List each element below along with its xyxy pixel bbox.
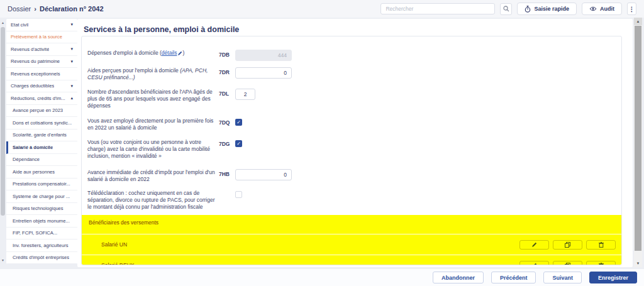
field-code [219, 190, 235, 192]
field-code: 7DR [219, 67, 235, 75]
chevron-down-icon [70, 47, 73, 52]
sidebar-item-scolarite[interactable]: Scolarité, garde d'enfants [6, 129, 77, 142]
delete-beneficiary-button[interactable] [586, 261, 616, 266]
duplicate-beneficiary-button[interactable] [553, 261, 582, 266]
field-code: 7DL [219, 89, 235, 97]
breadcrumb-current: Déclaration n° 2042 [40, 5, 104, 13]
field-label: Dépenses d'emploi à domicile (détails) [87, 50, 218, 57]
checkbox-7dq[interactable] [235, 119, 242, 126]
search-input[interactable] [380, 3, 495, 14]
form-row-7dr: Aides perçues pour l'emploi à domicile (… [82, 67, 621, 81]
sidebar-item-credits-entreprises[interactable]: Crédits d'impôt entreprises [6, 252, 77, 265]
beneficiaries-title: Bénéficiaires des versements [82, 215, 621, 234]
input-7hb[interactable] [235, 169, 292, 180]
scroll-down-icon[interactable]: ▾ [1, 258, 5, 262]
sidebar-item-risques-technologiques[interactable]: Risques technologiques [6, 203, 77, 216]
sidebar-item-fip-fcpi[interactable]: FIP, FCPI, SOFICA... [6, 228, 77, 240]
sidebar-item-dons-cotisations[interactable]: Dons et cotisations syndic... [6, 117, 77, 129]
more-menu-button[interactable] [627, 3, 636, 15]
next-button[interactable]: Suivant [543, 272, 582, 283]
beneficiary-name: Salarié DEUX [101, 262, 134, 265]
field-code: 7HB [219, 169, 235, 177]
form-row-7dl: Nombre d'ascendants bénéficiaires de l'A… [82, 89, 621, 109]
scroll-up-icon[interactable]: ▲ [634, 18, 642, 25]
audit-button[interactable]: Audit [582, 3, 622, 15]
field-code: 7DG [219, 139, 235, 147]
field-code: 7DQ [219, 118, 235, 126]
sidebar-item-dependance[interactable]: Dépendance [6, 154, 77, 167]
footer-bar: Abandonner Précédent Suivant Enregistrer [0, 269, 644, 286]
sidebar-item-revenus-patrimoine[interactable]: Revenus du patrimoine [6, 56, 77, 69]
page-title: Services à la personne, emploi à domicil… [84, 25, 633, 34]
sidebar-item-revenus-activite[interactable]: Revenus d'activité [6, 43, 77, 56]
saisie-rapide-label: Saisie rapide [534, 6, 569, 12]
pencil-icon [532, 242, 537, 247]
edit-beneficiary-button[interactable] [519, 261, 549, 266]
sidebar-item-entretien-objets[interactable]: Entretien objets monume... [6, 215, 77, 228]
form-card: Dépenses d'emploi à domicile (détails) 7… [81, 36, 622, 265]
sidebar-item-inv-forestiers[interactable]: Inv. forestiers, agriculteurs [6, 239, 77, 252]
sidebar: Etat civil Prélèvement à la source Reven… [6, 19, 77, 264]
eye-icon [589, 6, 597, 11]
saisie-rapide-button[interactable]: Saisie rapide [517, 3, 577, 15]
sidebar-item-reductions-credits[interactable]: Réductions, crédits d'im... [6, 92, 77, 105]
audit-label: Audit [600, 6, 614, 12]
scroll-up-icon[interactable]: ▴ [1, 20, 5, 25]
search-button[interactable] [500, 3, 512, 15]
beneficiary-name: Salarié UN [101, 241, 127, 248]
stopwatch-icon [525, 6, 531, 13]
input-7dl[interactable] [235, 89, 255, 100]
beneficiary-row: Salarié DEUX [82, 255, 621, 265]
content-scrollbar-thumb[interactable] [635, 26, 641, 251]
form-row-teledeclaration: Télédéclaration : cochez uniquement en c… [82, 190, 621, 211]
copy-icon [565, 263, 570, 266]
sidebar-scrollbar-thumb[interactable] [1, 27, 5, 216]
sidebar-item-systeme-charge[interactable]: Système de charge pour ... [6, 190, 77, 203]
chevron-down-icon [70, 22, 73, 27]
details-link[interactable]: détails [162, 50, 183, 56]
chevron-up-icon [70, 96, 73, 101]
copy-icon [565, 242, 570, 248]
main-panel: Services à la personne, emploi à domicil… [77, 19, 633, 267]
topbar: Dossier › Déclaration n° 2042 Saisie rap… [0, 0, 644, 18]
field-label: Télédéclaration : cochez uniquement en c… [87, 190, 218, 211]
field-label: Avance immédiate de crédit d'impôt pour … [87, 169, 218, 183]
form-row-7hb: Avance immédiate de crédit d'impôt pour … [82, 169, 621, 183]
scroll-down-icon[interactable]: ▼ [634, 260, 642, 267]
breadcrumb-separator: › [34, 5, 36, 13]
input-7dr[interactable] [235, 67, 292, 79]
field-label: Vous avez employé directement pour la pr… [87, 118, 218, 131]
field-label: Aides perçues pour l'emploi à domicile (… [87, 67, 218, 81]
abandon-button[interactable]: Abandonner [433, 272, 484, 283]
chevron-down-icon [70, 84, 73, 89]
field-code: 7DB [219, 50, 235, 58]
sidebar-item-salarie-domicile[interactable]: Salarié à domicile [6, 141, 77, 154]
input-7db[interactable] [235, 50, 292, 61]
pencil-icon [532, 263, 537, 265]
beneficiary-row: Salarié UN [82, 234, 621, 255]
sidebar-item-revenus-exceptionnels[interactable]: Revenus exceptionnels [6, 68, 77, 80]
breadcrumb-root[interactable]: Dossier [8, 5, 31, 13]
sidebar-scrollbar: ▴ ▾ [0, 19, 6, 264]
trash-icon [599, 242, 604, 248]
field-label: Nombre d'ascendants bénéficiaires de l'A… [87, 89, 218, 109]
content-scrollbar: ▲ ▼ [634, 18, 642, 267]
search-icon [503, 6, 509, 12]
breadcrumb: Dossier › Déclaration n° 2042 [8, 5, 104, 13]
duplicate-beneficiary-button[interactable] [553, 240, 582, 250]
sidebar-item-prestations[interactable]: Prestations compensatoir... [6, 179, 77, 191]
checkbox-teledeclaration[interactable] [235, 191, 242, 198]
sidebar-item-charges-deductibles[interactable]: Charges déductibles [6, 80, 77, 93]
delete-beneficiary-button[interactable] [586, 240, 616, 250]
previous-button[interactable]: Précédent [491, 272, 536, 283]
save-button[interactable]: Enregistrer [589, 272, 637, 283]
sidebar-item-prelevement[interactable]: Prélèvement à la source [6, 31, 77, 44]
form-row-7db: Dépenses d'emploi à domicile (détails) 7… [82, 50, 621, 61]
sidebar-item-aide-personnes[interactable]: Aide aux personnes [6, 166, 77, 179]
edit-beneficiary-button[interactable] [519, 240, 549, 250]
sidebar-item-etat-civil[interactable]: Etat civil [6, 19, 77, 31]
sidebar-item-avance-percue[interactable]: Avance perçue en 2023 [6, 105, 77, 118]
form-row-7dg: Vous (ou votre conjoint ou une personne … [82, 139, 621, 160]
checkbox-7dg[interactable] [235, 140, 242, 147]
beneficiaries-section: Bénéficiaires des versements Salarié UN [82, 215, 621, 265]
